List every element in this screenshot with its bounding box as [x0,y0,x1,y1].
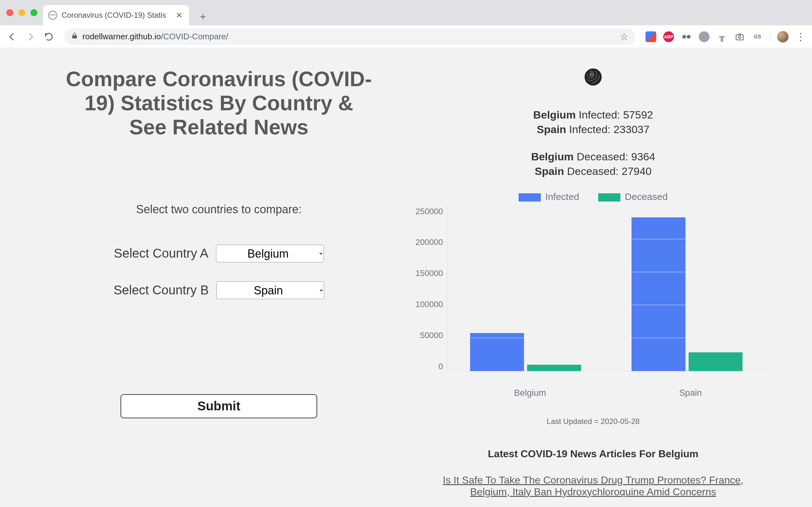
last-updated: Last Updated = 2020-05-28 [547,417,640,426]
chart-y-axis: 250000200000150000100000500000 [415,207,448,372]
chart-bar-deceased [689,352,743,371]
country-a-label: Select Country A [114,246,208,261]
url-domain: rodellwarner.github.io [83,32,161,41]
chart-x-axis: BelgiumSpain [450,388,771,398]
stat-country: Spain [537,123,566,135]
deceased-stats: Belgium Deceased: 9364 Spain Deceased: 2… [531,150,655,179]
stat-label: Infected: [569,123,610,135]
y-tick-label: 50000 [420,331,443,340]
country-b-label: Select Country B [113,283,209,297]
y-tick-label: 200000 [415,237,443,247]
y-tick-label: 250000 [415,207,443,216]
x-tick-label: Spain [610,388,771,398]
profile-avatar[interactable] [777,31,789,43]
country-b-select[interactable]: Spain [216,281,324,299]
window-controls [6,0,43,25]
stat-country: Spain [535,165,564,177]
chart-gridline [448,305,771,305]
stat-value: 233037 [613,123,649,135]
stat-label: Deceased: [567,165,619,177]
legend-item-infected: Infected [519,191,579,202]
globe-icon [585,68,602,86]
lock-icon [71,32,78,42]
y-tick-label: 150000 [415,268,443,278]
chart: Infected Deceased 2500002000001500001000… [415,191,771,398]
news-heading: Latest COVID-19 News Articles For Belgiu… [488,448,699,460]
chart-gridline [448,338,771,338]
extension-icon[interactable] [681,32,692,42]
country-a-row: Select Country A Belgium [114,245,324,262]
country-b-row: Select Country B Spain [113,281,324,299]
bookmark-star-icon[interactable]: ☆ [620,31,628,42]
url-path: /COVID-Compare/ [161,32,228,41]
extension-icon[interactable]: GS [752,32,763,42]
stat-value: 57592 [623,109,653,121]
page-title: Compare Coronavirus (COVID-19) Statistic… [63,67,374,139]
stat-country: Belgium [531,151,573,163]
nav-reload-button[interactable] [43,31,55,43]
x-tick-label: Belgium [450,388,610,398]
window-minimize-button[interactable] [18,9,26,16]
new-tab-button[interactable]: + [194,8,212,25]
chart-gridline [448,272,771,272]
stat-line: Belgium Infected: 57592 [533,108,653,122]
nav-back-button[interactable] [6,31,18,43]
tab-title: Coronavirus (COVID-19) Statis [61,11,171,20]
tab-close-icon[interactable]: ✕ [176,11,183,19]
legend-swatch-icon [598,193,620,202]
country-a-select[interactable]: Belgium [216,245,324,262]
news-article-link[interactable]: Is It Safe To Take The Coronavirus Drug … [425,474,761,498]
stat-value: 27940 [622,165,652,177]
url-text: rodellwarner.github.io/COVID-Compare/ [83,32,229,42]
extension-icon[interactable]: ╥ [716,32,727,42]
stat-line: Spain Deceased: 27940 [531,164,655,179]
legend-label: Deceased [625,191,668,202]
infected-stats: Belgium Infected: 57592 Spain Infected: … [533,108,653,137]
chart-bar-infected [470,333,524,371]
chart-bar-deceased [527,365,581,371]
controls-column: Compare Coronavirus (COVID-19) Statistic… [38,67,400,507]
legend-label: Infected [545,191,579,202]
stat-label: Deceased: [577,151,628,163]
browser-tab[interactable]: Coronavirus (COVID-19) Statis ✕ [43,5,189,25]
stat-line: Belgium Deceased: 9364 [531,150,655,164]
toolbar-divider [770,31,770,43]
chart-bar-group [448,207,609,371]
submit-button[interactable]: Submit [120,394,317,418]
browser-menu-icon[interactable]: ⋮ [796,31,806,43]
stat-line: Spain Infected: 233037 [533,122,653,137]
form-prompt: Select two countries to compare: [136,203,302,216]
page-content: Compare Coronavirus (COVID-19) Statistic… [0,48,812,507]
y-tick-label: 100000 [415,299,443,309]
extension-icon[interactable] [646,32,656,42]
nav-forward-button[interactable] [25,31,36,43]
chart-legend: Infected Deceased [415,191,771,202]
chart-body: 250000200000150000100000500000 [415,207,771,384]
window-close-button[interactable] [6,9,13,16]
chart-bar-groups [448,207,771,371]
chart-gridline [448,206,771,206]
svg-point-1 [739,36,741,38]
address-bar: rodellwarner.github.io/COVID-Compare/ ☆ … [0,25,812,48]
stat-label: Infected: [579,109,620,121]
camera-icon[interactable] [734,32,745,42]
y-tick-label: 0 [438,361,443,372]
adblock-icon[interactable]: ABP [663,32,674,42]
stat-value: 9364 [631,151,655,163]
stat-country: Belgium [533,109,576,121]
extension-icons: ABP ╥ GS ⋮ [646,31,806,43]
chart-plot-area [448,207,771,372]
url-field[interactable]: rodellwarner.github.io/COVID-Compare/ ☆ [64,29,635,45]
browser-chrome: Coronavirus (COVID-19) Statis ✕ + rodell… [0,0,812,48]
legend-swatch-icon [519,193,541,202]
tab-strip: Coronavirus (COVID-19) Statis ✕ + [0,0,812,25]
chart-bar-group [609,207,771,371]
globe-icon [48,11,57,20]
window-zoom-button[interactable] [31,9,38,16]
results-column: Belgium Infected: 57592 Spain Infected: … [412,67,774,507]
chart-bar-infected [631,217,686,371]
legend-item-deceased: Deceased [598,191,668,202]
extension-icon[interactable] [699,32,710,42]
